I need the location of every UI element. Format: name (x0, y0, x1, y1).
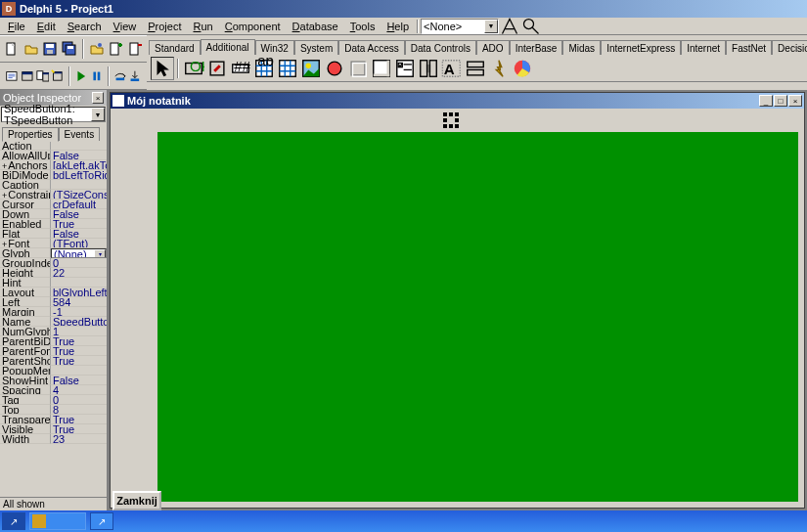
openproj-icon[interactable] (87, 38, 107, 60)
prop-row-groupindex[interactable]: GroupIndex0 (0, 258, 107, 268)
prop-row-flat[interactable]: FlatFalse (0, 229, 107, 239)
prop-row-visible[interactable]: VisibleTrue (0, 424, 107, 434)
palette-tab-midas[interactable]: Midas (562, 40, 601, 55)
palette-tab-additional[interactable]: Additional (201, 39, 255, 55)
toolbar-btn-a[interactable] (500, 18, 519, 35)
prop-row-enabled[interactable]: EnabledTrue (0, 219, 107, 229)
prop-row-parentshowhint[interactable]: ParentShowHintTrue (0, 356, 107, 366)
save-icon[interactable] (40, 38, 60, 60)
menu-project[interactable]: Project (142, 20, 187, 33)
prop-row-spacing[interactable]: Spacing4 (0, 385, 107, 395)
comp-scrollbox-icon[interactable] (370, 57, 393, 80)
comp-image-icon[interactable] (299, 57, 323, 80)
palette-tab-fastnet[interactable]: FastNet (726, 40, 772, 55)
prop-row-layout[interactable]: LayoutblGlyphLeft (0, 288, 107, 297)
form-titlebar[interactable]: Mój notatnik _ □ × (111, 93, 804, 109)
toggle-icon[interactable] (35, 65, 51, 88)
prop-row-parentbidimode[interactable]: ParentBiDiModeTrue (0, 336, 107, 346)
prop-row-down[interactable]: DownFalse (0, 209, 107, 219)
run-icon[interactable] (73, 65, 89, 88)
chevron-down-icon[interactable]: ▼ (484, 20, 498, 33)
prop-value[interactable]: blGlyphLeft (51, 288, 107, 297)
open-icon[interactable] (22, 38, 41, 60)
prop-value[interactable]: False (51, 209, 107, 219)
prop-row-hint[interactable]: Hint (0, 278, 107, 288)
prop-value[interactable]: -1 (51, 307, 107, 317)
menu-database[interactable]: Database (287, 20, 344, 33)
menu-help[interactable]: Help (381, 20, 415, 33)
prop-value[interactable]: 0 (51, 258, 107, 268)
prop-value[interactable]: False (51, 151, 107, 160)
prop-value[interactable]: 4 (51, 385, 107, 395)
palette-tab-system[interactable]: System (294, 40, 338, 55)
tab-events[interactable]: Events (59, 127, 101, 141)
prop-row-showhint[interactable]: ShowHintFalse (0, 376, 107, 385)
chevron-down-icon[interactable]: ▼ (91, 108, 105, 121)
prop-value[interactable] (51, 366, 107, 376)
prop-row-numglyphs[interactable]: NumGlyphs1 (0, 327, 107, 336)
saveall-icon[interactable] (60, 38, 79, 60)
prop-row-tag[interactable]: Tag0 (0, 395, 107, 405)
prop-value[interactable]: 8 (51, 405, 107, 415)
prop-row-cursor[interactable]: CursorcrDefault (0, 200, 107, 209)
addfile-icon[interactable] (107, 38, 126, 60)
prop-value[interactable]: [akLeft,akTop] (51, 160, 107, 170)
prop-row-name[interactable]: NameSpeedButton1 (0, 317, 107, 327)
viewform-icon[interactable] (20, 65, 35, 88)
prop-value[interactable] (51, 278, 107, 288)
prop-row-font[interactable]: +Font(TFont) (0, 239, 107, 248)
prop-row-transparent[interactable]: TransparentTrue (0, 415, 107, 424)
palette-tab-data-access[interactable]: Data Access (338, 40, 405, 55)
taskbar-item[interactable]: ↗ (2, 512, 25, 530)
comp-maskedit-icon[interactable]: ## (229, 57, 252, 80)
prop-value[interactable]: True (51, 346, 107, 356)
menu-tools[interactable]: Tools (344, 20, 381, 33)
prop-value[interactable]: True (51, 219, 107, 229)
comp-drawgrid-icon[interactable] (276, 57, 299, 80)
menu-component[interactable]: Component (219, 20, 287, 33)
close-icon[interactable]: × (788, 95, 802, 107)
palette-tab-win32[interactable]: Win32 (255, 40, 294, 55)
comp-checklistbox-icon[interactable] (393, 57, 417, 80)
palette-tab-decision-cube[interactable]: Decision Cube (772, 40, 807, 55)
maximize-icon[interactable]: □ (774, 95, 787, 107)
form-window[interactable]: Mój notatnik _ □ × Zamknij (110, 92, 805, 509)
prop-value[interactable]: True (51, 336, 107, 346)
comp-stringgrid-icon[interactable]: ab (252, 57, 276, 80)
palette-tab-data-controls[interactable]: Data Controls (405, 40, 476, 55)
prop-row-height[interactable]: Height22 (0, 268, 107, 278)
prop-value[interactable] (51, 141, 107, 151)
prop-row-margin[interactable]: Margin-1 (0, 307, 107, 317)
comp-shape-icon[interactable] (323, 57, 346, 80)
comp-statictext-icon[interactable]: A (440, 57, 464, 80)
menu-run[interactable]: Run (188, 20, 219, 33)
prop-row-parentfont[interactable]: ParentFontTrue (0, 346, 107, 356)
prop-value[interactable]: 584 (51, 297, 107, 307)
inspector-selector[interactable]: SpeedButton1: TSpeedButton ▼ (1, 107, 106, 122)
taskbar-item[interactable] (29, 512, 86, 530)
form-client[interactable]: Zamknij (111, 109, 804, 508)
prop-value[interactable]: 23 (51, 434, 107, 444)
prop-value[interactable]: 1 (51, 327, 107, 336)
prop-value[interactable]: (TFont) (51, 239, 107, 248)
prop-row-caption[interactable]: Caption (0, 180, 107, 190)
close-button[interactable]: Zamknij (112, 491, 161, 510)
removefile-icon[interactable] (125, 38, 145, 60)
menu-view[interactable]: View (108, 20, 143, 33)
comp-bevel-icon[interactable] (346, 57, 370, 80)
prop-row-constraints[interactable]: +Constraints(TSizeConstraints) (0, 190, 107, 200)
stepover-icon[interactable] (112, 65, 128, 88)
comp-bitbtn-icon[interactable]: OK (182, 57, 205, 80)
stepinto-icon[interactable] (127, 65, 143, 88)
minimize-icon[interactable]: _ (759, 95, 773, 107)
viewunit-icon[interactable] (4, 65, 20, 88)
menu-edit[interactable]: Edit (31, 20, 62, 33)
prop-row-glyph[interactable]: Glyph(None)▾ (0, 248, 107, 258)
prop-row-popupmenu[interactable]: PopupMenu (0, 366, 107, 376)
prop-row-bidimode[interactable]: BiDiModebdLeftToRight (0, 170, 107, 180)
prop-row-allowallup[interactable]: AllowAllUpFalse (0, 151, 107, 160)
new-icon[interactable] (2, 38, 22, 60)
menu-search[interactable]: Search (62, 20, 108, 33)
prop-value[interactable]: 22 (51, 268, 107, 278)
palette-tab-interbase[interactable]: InterBase (510, 40, 563, 55)
